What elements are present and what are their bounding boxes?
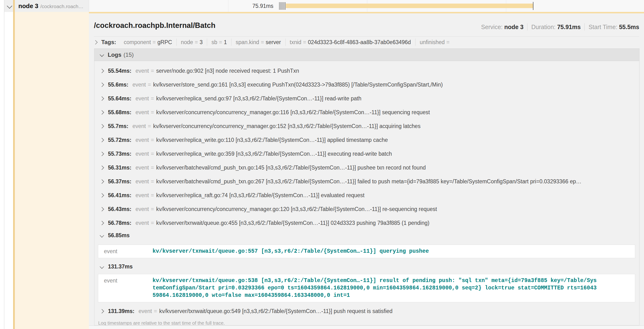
span-indent-column xyxy=(15,12,89,329)
span-meta-label: Start Time: xyxy=(588,24,619,30)
log-field-key: event xyxy=(136,109,149,116)
equals-sign: = xyxy=(303,39,306,45)
logs-footer-note: Log timestamps are relative to the start… xyxy=(94,318,639,326)
chevron-right-icon[interactable] xyxy=(100,221,104,225)
chevron-right-icon[interactable] xyxy=(93,40,98,44)
log-field-value: kv/kvserver/replica_write.go:359 [n3,s3,… xyxy=(156,151,392,157)
chevron-right-icon[interactable] xyxy=(100,69,104,73)
chevron-right-icon[interactable] xyxy=(100,124,104,128)
equals-sign: = xyxy=(151,151,154,157)
log-value-line: 59864.162819000,0 wto=false max=16043598… xyxy=(152,292,596,299)
log-field-key: event xyxy=(98,248,152,255)
log-detail-card: eventkv/kvserver/txnwait/queue.go:538 [n… xyxy=(98,274,635,302)
detail-bottom-strip xyxy=(89,326,644,329)
equals-sign: = xyxy=(154,308,157,314)
log-entry[interactable]: 55.6ms:event=kv/kvserver/store_send.go:1… xyxy=(94,78,639,92)
log-entry[interactable]: 56.37ms:event=kv/kvserver/batcheval/cmd_… xyxy=(94,174,639,188)
log-timestamp: 55.6ms: xyxy=(108,82,128,88)
log-entry[interactable]: 55.73ms:event=kv/kvserver/replica_write.… xyxy=(94,147,639,161)
log-entry[interactable]: 56.43ms:event=kv/kvserver/concurrency/co… xyxy=(94,202,639,216)
log-field-value: kv/kvserver/replica_send.go:97 [n3,s3,r6… xyxy=(156,95,361,102)
log-entry[interactable]: 55.54ms:event=server/node.go:902 [n3] no… xyxy=(94,64,639,78)
log-field-value: kv/kvserver/concurrency/concurrency_mana… xyxy=(156,109,430,116)
tag: node=3 xyxy=(176,38,207,46)
log-entry[interactable]: 56.41ms:event=kv/kvserver/replica_raft.g… xyxy=(94,188,639,202)
chevron-down-icon[interactable] xyxy=(100,52,104,57)
log-timestamp: 55.72ms: xyxy=(108,137,131,143)
log-timestamp: 55.64ms: xyxy=(108,95,131,102)
log-entry[interactable]: 55.7ms:event=kv/kvserver/concurrency/con… xyxy=(94,119,639,133)
log-field-value: kv/kvserver/concurrency/concurrency_mana… xyxy=(153,123,420,130)
chevron-right-icon[interactable] xyxy=(100,82,104,87)
span-timeline[interactable]: 75.91ms xyxy=(89,0,644,12)
log-timestamp: 131.39ms: xyxy=(108,308,134,314)
tag-key: sb xyxy=(212,39,217,45)
equals-sign: = xyxy=(261,39,264,45)
log-timestamp: 56.37ms: xyxy=(108,178,131,185)
logs-header[interactable]: Logs (15) xyxy=(94,49,639,61)
log-entry[interactable]: 55.64ms:event=kv/kvserver/replica_send.g… xyxy=(94,92,639,106)
chevron-right-icon[interactable] xyxy=(100,207,104,211)
log-timestamp: 56.41ms: xyxy=(108,192,131,198)
span-detail-title: /cockroach.roachpb.Internal/Batch xyxy=(94,21,216,30)
log-entry[interactable]: 55.72ms:event=kv/kvserver/replica_write.… xyxy=(94,133,639,147)
tags-label: Tags: xyxy=(101,39,116,46)
equals-sign: = xyxy=(151,164,154,171)
tag: component=gRPC xyxy=(120,38,176,46)
equals-sign: = xyxy=(148,123,151,130)
equals-sign: = xyxy=(151,137,154,143)
log-entry[interactable]: 56.78ms:event=kv/kvserver/txnwait/queue.… xyxy=(94,216,639,230)
tag: sb=1 xyxy=(207,38,231,46)
chevron-right-icon[interactable] xyxy=(100,110,104,114)
tag-key: txnid xyxy=(290,39,302,45)
tag-key: node xyxy=(181,39,193,45)
span-duration-label: 75.91ms xyxy=(228,0,274,12)
chevron-right-icon[interactable] xyxy=(100,166,104,170)
chevron-right-icon[interactable] xyxy=(100,152,104,156)
trace-span-detail-view: node 3 /cockroach.roach… 75.91ms /cockro… xyxy=(0,0,644,329)
tags-row[interactable]: Tags: component=gRPCnode=3sb=1span.kind=… xyxy=(94,38,456,46)
chevron-right-icon[interactable] xyxy=(100,309,104,313)
logs-section: Logs (15) 55.54ms:event=server/node.go:9… xyxy=(94,48,640,326)
log-entry-expanded-header[interactable]: 56.85ms xyxy=(94,230,639,241)
chevron-down-icon[interactable] xyxy=(100,264,104,269)
equals-sign: = xyxy=(446,39,450,45)
chevron-right-icon[interactable] xyxy=(100,138,104,142)
log-timestamp: 55.7ms: xyxy=(108,123,128,130)
chevron-right-icon[interactable] xyxy=(100,96,104,100)
chevron-down-icon[interactable] xyxy=(100,233,104,238)
span-row[interactable]: node 3 /cockroach.roach… 75.91ms xyxy=(4,0,644,12)
log-timestamp: 55.68ms: xyxy=(108,109,131,116)
tag-value: server xyxy=(266,39,281,45)
tag-key: span.kind xyxy=(236,39,259,45)
chevron-down-icon[interactable] xyxy=(7,3,12,9)
log-entry[interactable]: 131.39ms:event=kv/kvserver/txnwait/queue… xyxy=(94,304,639,318)
tag-value: 1 xyxy=(224,39,227,45)
chevron-right-icon[interactable] xyxy=(100,193,104,198)
span-meta-value: 75.91ms xyxy=(557,24,581,30)
log-field-key: event xyxy=(132,123,146,130)
log-entry[interactable]: 55.68ms:event=kv/kvserver/concurrency/co… xyxy=(94,106,639,119)
span-meta-value: 55.5ms xyxy=(619,24,639,30)
log-detail-row: eventkv/kvserver/txnwait/queue.go:538 [n… xyxy=(98,274,635,302)
span-meta-item: Start Time: 55.5ms xyxy=(584,23,639,30)
log-field-key: event xyxy=(136,68,149,74)
logs-title: Logs xyxy=(108,52,121,58)
tag: txnid=024d3323-6c8f-4863-aa8b-37ab0e6349… xyxy=(285,38,415,46)
log-timestamp: 55.54ms: xyxy=(108,68,131,74)
log-entry[interactable]: 56.31ms:event=kv/kvserver/batcheval/cmd_… xyxy=(94,161,639,174)
log-detail-row: eventkv/kvserver/txnwait/queue.go:557 [n… xyxy=(98,245,635,258)
left-gutter xyxy=(0,0,4,329)
log-field-value: kv/kvserver/txnwait/queue.go:549 [n3,s3,… xyxy=(159,308,392,314)
equals-sign: = xyxy=(219,39,222,45)
log-entry-expanded-header[interactable]: 131.37ms xyxy=(94,261,639,272)
span-name-column[interactable]: node 3 /cockroach.roach… xyxy=(4,0,89,12)
log-field-value: server/node.go:902 [n3] node received re… xyxy=(156,68,299,74)
span-meta-value: node 3 xyxy=(504,24,524,30)
span-duration-bar[interactable] xyxy=(286,4,533,8)
log-field-key: event xyxy=(136,192,149,198)
span-color-accent-bar xyxy=(13,0,15,329)
chevron-right-icon[interactable] xyxy=(100,179,104,184)
span-meta-label: Duration: xyxy=(531,24,557,30)
log-field-value: kv/kvserver/concurrency/concurrency_mana… xyxy=(156,206,437,212)
